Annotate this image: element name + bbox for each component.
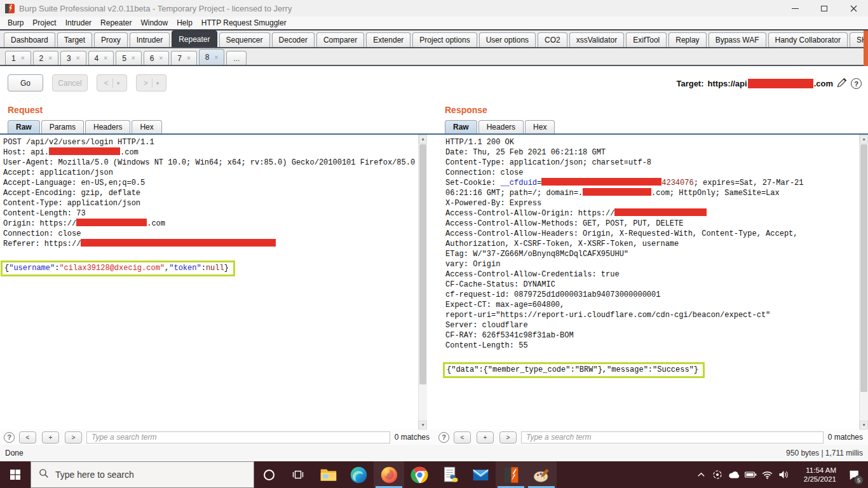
tab-proxy[interactable]: Proxy — [94, 32, 128, 47]
minimize-button[interactable] — [780, 0, 810, 17]
tab-user-options[interactable]: User options — [479, 32, 536, 47]
burp-suite-icon[interactable] — [496, 461, 526, 488]
taskbar-clock[interactable]: 11:54 AM 2/25/2021 — [794, 466, 836, 484]
search-next-button[interactable]: > — [65, 431, 82, 444]
repeater-tab-3[interactable]: 3× — [60, 51, 86, 65]
tab-bypass-waf[interactable]: Bypass WAF — [709, 32, 766, 47]
close-tab-icon[interactable]: × — [21, 55, 25, 62]
close-tab-icon[interactable]: × — [104, 55, 107, 62]
search-options-button[interactable]: + — [477, 431, 494, 444]
scroll-down-icon[interactable]: ▼ — [860, 421, 868, 430]
request-scrollbar[interactable]: ▲ ▼ — [418, 135, 427, 430]
chrome-icon[interactable] — [404, 461, 435, 488]
edge-icon[interactable] — [343, 461, 374, 488]
go-button[interactable]: Go — [8, 74, 43, 92]
menu-intruder[interactable]: Intruder — [61, 18, 96, 27]
tab-extender[interactable]: Extender — [366, 32, 410, 47]
response-editor[interactable]: ▲ ▼ HTTP/1.1 200 OKDate: Thu, 25 Feb 202… — [435, 135, 868, 430]
repeater-tab-4[interactable]: 4× — [88, 51, 114, 65]
request-editor[interactable]: ▲ ▼ POST /api/v2/users/login HTTP/1.1Hos… — [0, 135, 435, 430]
tab-exiftool[interactable]: ExifTool — [626, 32, 667, 47]
request-tab-params[interactable]: Params — [41, 120, 84, 133]
mail-icon[interactable] — [465, 461, 496, 488]
code-line: Access-Control-Allow-Methods: GET, POST,… — [445, 219, 854, 229]
code-line: {"username":"cilax39128@dxecig.com","tok… — [3, 261, 421, 276]
search-prev-button[interactable]: < — [19, 431, 36, 444]
tab-co2[interactable]: CO2 — [538, 32, 567, 47]
repeater-tab-overflow[interactable]: ... — [226, 51, 247, 65]
tab-repeater[interactable]: Repeater — [172, 30, 217, 47]
menu-window[interactable]: Window — [136, 18, 172, 27]
repeater-tab-2[interactable]: 2× — [33, 51, 59, 65]
task-view-button[interactable] — [283, 461, 313, 488]
search-options-button[interactable]: + — [42, 431, 59, 444]
python-editor-icon[interactable] — [435, 461, 465, 488]
taskbar-search[interactable]: Type here to search — [31, 461, 254, 488]
meet-now-icon[interactable] — [709, 461, 726, 488]
maximize-button[interactable] — [810, 0, 839, 17]
search-input[interactable] — [521, 431, 824, 444]
tab-sequencer[interactable]: Sequencer — [219, 32, 270, 47]
close-tab-icon[interactable]: × — [76, 55, 80, 62]
response-tab-raw[interactable]: Raw — [445, 120, 477, 133]
prev-request-button[interactable]: <▾ — [97, 74, 127, 92]
response-tab-hex[interactable]: Hex — [525, 120, 555, 133]
search-input[interactable] — [86, 431, 390, 444]
request-tab-hex[interactable]: Hex — [132, 120, 161, 133]
tab-comparer[interactable]: Comparer — [316, 32, 364, 47]
menu-burp[interactable]: Burp — [3, 18, 28, 27]
volume-icon[interactable] — [775, 461, 792, 488]
scroll-thumb[interactable] — [860, 144, 867, 392]
scroll-thumb[interactable] — [419, 144, 426, 384]
help-icon[interactable]: ? — [851, 78, 862, 89]
menu-project[interactable]: Project — [28, 18, 60, 27]
repeater-tab-1[interactable]: 1× — [5, 51, 31, 65]
repeater-tab-7[interactable]: 7× — [171, 51, 197, 65]
file-explorer-icon[interactable] — [313, 461, 343, 488]
notification-button[interactable]: 5 — [840, 461, 868, 488]
close-button[interactable] — [839, 0, 868, 17]
search-next-button[interactable]: > — [499, 431, 517, 444]
battery-icon[interactable] — [742, 461, 759, 488]
wifi-icon[interactable] — [759, 461, 775, 488]
onedrive-icon[interactable] — [726, 461, 742, 488]
tab-decoder[interactable]: Decoder — [272, 32, 315, 47]
tab-xssvalidator[interactable]: xssValidator — [569, 32, 624, 47]
close-tab-icon[interactable]: × — [214, 54, 218, 61]
tab-dashboard[interactable]: Dashboard — [4, 32, 55, 47]
tab-number: 3 — [67, 54, 71, 63]
menu-repeater[interactable]: Repeater — [96, 18, 136, 27]
close-tab-icon[interactable]: × — [159, 55, 163, 62]
repeater-tab-8[interactable]: 8× — [199, 49, 225, 65]
scroll-up-icon[interactable]: ▲ — [860, 135, 868, 144]
tab-project-options[interactable]: Project options — [412, 32, 477, 47]
start-button[interactable] — [0, 461, 31, 488]
cancel-button[interactable]: Cancel — [52, 74, 88, 92]
request-tab-headers[interactable]: Headers — [85, 120, 130, 133]
tab-replay[interactable]: Replay — [668, 32, 706, 47]
search-help-icon[interactable]: ? — [4, 432, 15, 443]
response-tab-headers[interactable]: Headers — [478, 120, 524, 133]
close-tab-icon[interactable]: × — [132, 55, 135, 62]
repeater-tab-6[interactable]: 6× — [144, 51, 170, 65]
tab-target[interactable]: Target — [57, 32, 92, 47]
next-request-button[interactable]: >▾ — [136, 74, 166, 92]
menu-http-request-smuggler[interactable]: HTTP Request Smuggler — [197, 18, 291, 27]
edit-target-icon[interactable] — [837, 78, 847, 90]
close-tab-icon[interactable]: × — [48, 55, 52, 62]
tray-expand-icon[interactable] — [693, 461, 709, 488]
paint-icon[interactable] — [526, 461, 557, 488]
cortana-button[interactable] — [254, 461, 283, 488]
search-help-icon[interactable]: ? — [438, 432, 449, 443]
scroll-down-icon[interactable]: ▼ — [419, 421, 427, 430]
firefox-icon[interactable] — [374, 461, 404, 488]
repeater-tab-5[interactable]: 5× — [116, 51, 142, 65]
menu-help[interactable]: Help — [172, 18, 197, 27]
request-tab-raw[interactable]: Raw — [8, 120, 40, 133]
response-scrollbar[interactable]: ▲ ▼ — [859, 135, 868, 430]
search-prev-button[interactable]: < — [454, 431, 471, 444]
tab-handy-collaborator[interactable]: Handy Collaborator — [768, 32, 848, 47]
tab-intruder[interactable]: Intruder — [130, 32, 170, 47]
scroll-up-icon[interactable]: ▲ — [419, 135, 427, 144]
close-tab-icon[interactable]: × — [187, 55, 191, 62]
